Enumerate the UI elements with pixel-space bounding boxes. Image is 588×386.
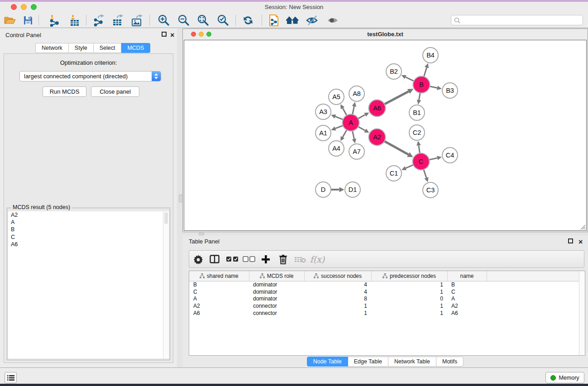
tab-edge-table[interactable]: Edge Table — [348, 357, 388, 367]
tab-motifs[interactable]: Motifs — [436, 357, 464, 367]
edge-B-B4[interactable] — [424, 67, 426, 76]
export-table-icon[interactable] — [111, 14, 124, 27]
main-titlebar[interactable]: Session: New Session — [0, 2, 588, 12]
home-icon[interactable] — [286, 14, 299, 27]
edge-A-A2[interactable] — [358, 127, 365, 131]
select-all-rows-icon[interactable] — [225, 251, 240, 267]
float-table-panel-icon[interactable] — [568, 238, 573, 243]
tab-network[interactable]: Network — [35, 43, 69, 53]
open-session-icon[interactable] — [3, 14, 17, 27]
show-column-icon[interactable] — [207, 251, 222, 267]
main-content: Control Panel × NetworkStyleSelectMCDS O… — [0, 28, 588, 367]
edge-A-A5[interactable] — [343, 108, 347, 115]
column-header-MCDS-role[interactable]: MCDS role — [249, 271, 304, 281]
result-scrollbar[interactable] — [163, 211, 169, 358]
resize-grip-icon[interactable] — [579, 224, 586, 230]
run-mcds-button[interactable]: Run MCDS — [43, 86, 86, 97]
graph-node-label: C — [419, 158, 423, 165]
edge-A-A7[interactable] — [353, 131, 354, 139]
network-view-window[interactable]: testGlobe.txt B4B2BB3A5A8A6B1A3AC2A1A2A4… — [182, 29, 588, 232]
zoom-out-icon[interactable] — [177, 14, 190, 27]
graph-node-label: B4 — [426, 52, 435, 59]
result-item[interactable]: B — [8, 226, 163, 233]
add-column-icon[interactable] — [258, 251, 273, 267]
tab-select[interactable]: Select — [94, 43, 122, 53]
optimization-criterion-label: Optimization criterion: — [4, 59, 173, 66]
table-row[interactable]: Adominator80A — [189, 295, 579, 302]
refresh-icon[interactable] — [241, 14, 255, 27]
zoom-in-icon[interactable] — [157, 14, 170, 27]
toolbar-separator — [38, 15, 39, 25]
edge-A-A8[interactable] — [353, 106, 354, 114]
toolbar-separator — [149, 15, 150, 25]
tab-mcds[interactable]: MCDS — [121, 43, 150, 53]
result-item[interactable]: A — [8, 219, 163, 226]
table-header-row[interactable]: shared nameMCDS rolesuccessor nodesprede… — [189, 271, 579, 281]
float-panel-icon[interactable] — [162, 32, 167, 37]
zoom-selected-icon[interactable] — [216, 14, 229, 27]
edge-C-C1[interactable] — [406, 165, 413, 168]
hide-graphics-details-icon[interactable] — [306, 14, 319, 27]
memory-button[interactable]: Memory — [545, 372, 584, 383]
edge-arrow-icon — [352, 102, 356, 107]
open-recent-session-icon[interactable] — [267, 14, 281, 27]
export-image-icon[interactable] — [130, 14, 144, 27]
edge-C-C2[interactable] — [419, 145, 420, 153]
table-scrollbar[interactable] — [579, 271, 585, 355]
table-row[interactable]: Cdominator41C — [189, 288, 579, 295]
tab-network-table[interactable]: Network Table — [388, 357, 436, 367]
search-icon — [454, 17, 461, 24]
result-item[interactable]: C — [8, 234, 163, 241]
close-panel-icon[interactable]: × — [170, 33, 174, 38]
edge-C-C3[interactable] — [424, 170, 426, 178]
mcds-result-list[interactable]: A2ABCA6 — [8, 211, 163, 358]
network-graph[interactable]: B4B2BB3A5A8A6B1A3AC2A1A2A4A7C4CC1C3DD1 — [184, 40, 586, 230]
table-panel: Table Panel × — [182, 235, 588, 367]
show-panels-button[interactable] — [5, 372, 17, 383]
edge-C-C4[interactable] — [429, 158, 437, 160]
edge-B-B2[interactable] — [406, 77, 414, 81]
deselect-all-rows-icon[interactable] — [241, 251, 257, 267]
delete-column-icon[interactable] — [275, 251, 291, 267]
edge-A-A1[interactable] — [335, 126, 343, 129]
edge-A6-B[interactable] — [384, 91, 408, 104]
mcds-panel: Optimization criterion: largest connecte… — [4, 53, 173, 363]
selected-option-label: largest connected component (directed) — [24, 71, 128, 81]
column-header-shared-name[interactable]: shared name — [189, 271, 249, 281]
result-item[interactable]: A2 — [8, 211, 163, 219]
tab-node-table[interactable]: Node Table — [307, 357, 348, 367]
table-row[interactable]: A6connector11A6 — [189, 310, 579, 317]
network-window-title: testGlobe.txt — [183, 29, 588, 39]
show-graphics-details-icon[interactable] — [326, 14, 340, 27]
table-options-icon[interactable] — [191, 251, 206, 267]
table-row[interactable]: A2connector11A2 — [189, 302, 579, 310]
zoom-fit-icon[interactable] — [196, 14, 210, 27]
close-table-panel-icon[interactable]: × — [578, 239, 583, 244]
network-window-titlebar[interactable]: testGlobe.txt — [183, 29, 588, 39]
column-header-predecessor-nodes[interactable]: predecessor nodes — [371, 271, 447, 281]
edge-B-B3[interactable] — [430, 86, 437, 88]
column-header-name[interactable]: name — [447, 271, 487, 281]
memory-status-icon — [550, 375, 556, 381]
import-table-icon[interactable] — [68, 14, 81, 27]
column-header-successor-nodes[interactable]: successor nodes — [304, 271, 371, 281]
edge-A2-C[interactable] — [384, 141, 408, 154]
optimization-criterion-select[interactable]: largest connected component (directed) — [19, 71, 161, 81]
edge-A-A3[interactable] — [335, 116, 343, 119]
tab-style[interactable]: Style — [69, 43, 94, 53]
result-item[interactable]: A6 — [8, 241, 163, 248]
edge-A-A4[interactable] — [343, 130, 347, 137]
node-table[interactable]: shared nameMCDS rolesuccessor nodesprede… — [189, 271, 585, 356]
edge-A-A6[interactable] — [358, 114, 365, 119]
graph-node-label: A5 — [332, 93, 340, 100]
save-session-icon[interactable] — [21, 14, 35, 27]
import-network-icon[interactable] — [48, 14, 61, 27]
export-network-icon[interactable] — [92, 14, 105, 27]
close-panel-button[interactable]: Close panel — [91, 86, 139, 97]
graph-node-label: A — [349, 119, 353, 126]
edge-arrow-icon — [339, 187, 344, 192]
edge-B-B1[interactable] — [419, 93, 421, 100]
search-input[interactable] — [451, 15, 583, 25]
network-canvas[interactable]: B4B2BB3A5A8A6B1A3AC2A1A2A4A7C4CC1C3DD1 — [184, 40, 587, 231]
table-row[interactable]: Bdominator41B — [189, 281, 579, 288]
